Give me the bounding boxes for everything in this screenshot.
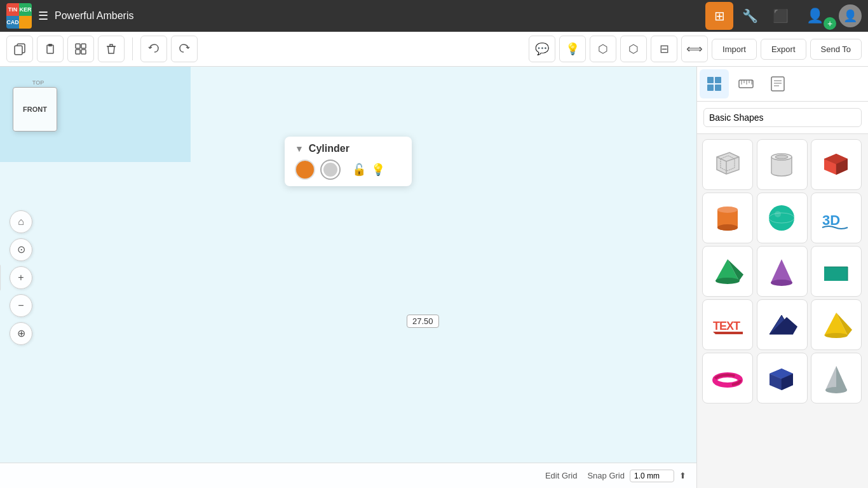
box-hollow-icon <box>710 147 745 182</box>
shape-3d-text[interactable]: 3D <box>811 193 862 243</box>
svg-point-91 <box>771 280 792 286</box>
pyramid-green-icon <box>710 254 745 289</box>
shape-text-red[interactable]: TEXT <box>702 299 753 350</box>
edit-grid-label[interactable]: Edit Grid <box>545 471 578 480</box>
zoom-fit-button[interactable]: ⊙ <box>10 238 32 261</box>
cone-purple-icon <box>764 254 799 289</box>
app-menu-icon[interactable]: ☰ <box>38 9 48 23</box>
shape-pyramid-green[interactable] <box>702 246 753 297</box>
home-view-button[interactable]: ⌂ <box>10 210 32 233</box>
top-right-icons: ⊞ 🔧 ⬛ 👤 + 👤 <box>705 2 862 30</box>
redo-button[interactable] <box>171 36 198 62</box>
shape-cylinder[interactable] <box>702 193 753 243</box>
view-cube[interactable]: TOP FRONT <box>13 79 64 130</box>
zoom-out-button[interactable]: − <box>10 294 32 317</box>
tab-notes[interactable] <box>763 69 792 98</box>
import-button[interactable]: Import <box>712 39 757 60</box>
tab-ruler[interactable] <box>731 69 761 98</box>
shape-box-red[interactable] <box>811 139 862 190</box>
object-view-button[interactable]: ⊕ <box>10 322 32 345</box>
svg-rect-7 <box>81 50 86 54</box>
lock-icon[interactable]: 🔓 <box>352 163 366 177</box>
project-title: Powerful Amberis <box>55 10 699 22</box>
comment-button[interactable]: 💬 <box>529 36 555 62</box>
shape-category-select[interactable]: Basic Shapes Featured Shape Generators T… <box>703 108 862 127</box>
light-button[interactable]: 💡 <box>559 36 586 62</box>
group-button[interactable] <box>67 36 94 62</box>
paste-button[interactable] <box>37 36 64 62</box>
undo-button[interactable] <box>140 36 167 62</box>
shape-info-panel: ▼ Cylinder 🔓 💡 <box>285 137 412 186</box>
shape-pyramid-yellow[interactable] <box>811 299 862 350</box>
main-toolbar: 💬 💡 ⬡ ⬡ ⊟ ⟺ Import Export Send To <box>0 32 868 67</box>
undo-icon <box>147 43 160 55</box>
group-icon <box>74 43 87 55</box>
measure-button[interactable]: ⬡ <box>620 36 647 62</box>
shape-cylinder-hollow[interactable] <box>757 139 808 190</box>
shape-button[interactable]: ⬡ <box>590 36 616 62</box>
send-to-button[interactable]: Send To <box>810 39 862 60</box>
shape-torus[interactable] <box>702 353 753 403</box>
sphere-icon <box>764 201 799 236</box>
svg-rect-3 <box>48 44 52 46</box>
mirror-button[interactable]: ⟺ <box>681 36 708 62</box>
svg-rect-70 <box>771 77 784 91</box>
copy-button[interactable] <box>6 36 33 62</box>
shape-cone-purple[interactable] <box>757 246 808 297</box>
right-panel: Basic Shapes Featured Shape Generators T… <box>696 67 868 488</box>
svg-rect-60 <box>707 77 714 83</box>
shape-prism[interactable] <box>757 299 808 350</box>
shape-box-hollow[interactable] <box>702 139 753 190</box>
svg-text:TEXT: TEXT <box>713 320 740 332</box>
svg-point-84 <box>717 207 738 213</box>
build-button[interactable]: 🔧 <box>736 2 764 30</box>
grid-view-button[interactable]: ⊞ <box>705 2 733 30</box>
svg-rect-62 <box>707 85 714 91</box>
shape-cone-gray[interactable] <box>811 353 862 403</box>
pyramid-yellow-icon <box>819 308 854 342</box>
box-red-icon <box>819 147 854 182</box>
bottom-bar: Edit Grid Snap Grid ⬆ <box>0 463 696 488</box>
paste-icon <box>44 43 57 55</box>
tab-grid[interactable] <box>700 69 729 98</box>
svg-rect-6 <box>76 50 80 54</box>
prism-icon <box>764 308 799 342</box>
codeblocks-button[interactable]: ⬛ <box>766 2 794 30</box>
logo-br <box>19 16 32 29</box>
left-controls: ⌂ ⊙ + − ⊕ <box>10 210 32 345</box>
toolbar-separator-1 <box>132 37 133 60</box>
cone-gray-icon <box>819 361 854 396</box>
shape-sphere[interactable] <box>757 193 808 243</box>
measurement-label: 27.50 <box>407 315 439 328</box>
trash-icon <box>105 43 118 55</box>
export-button[interactable]: Export <box>761 39 806 60</box>
shape-wedge[interactable] <box>811 246 862 297</box>
snap-grid-arrows[interactable]: ⬆ <box>679 471 686 480</box>
align-button[interactable]: ⊟ <box>651 36 677 62</box>
shape-colors: 🔓 💡 <box>295 159 402 180</box>
panel-collapse-button[interactable]: ❯ <box>0 265 1 290</box>
snap-grid-input[interactable] <box>630 470 674 482</box>
tinkercad-logo[interactable]: TIN KER CAD <box>6 3 32 29</box>
redo-icon <box>178 43 191 55</box>
viewport[interactable]: 27.50 TOP FRONT ⌂ ⊙ + − ⊕ ▼ Cylinder <box>0 67 696 488</box>
hole-color-swatch[interactable] <box>320 159 341 180</box>
visibility-icon[interactable]: 💡 <box>371 163 385 177</box>
delete-button[interactable] <box>98 36 125 62</box>
logo-tr: KER <box>19 3 32 16</box>
svg-point-79 <box>775 155 788 159</box>
solid-color-swatch[interactable] <box>295 159 315 180</box>
logo-bl: CAD <box>6 16 19 29</box>
snap-grid-controls: Snap Grid ⬆ <box>587 470 686 482</box>
shape-box-blue[interactable] <box>757 353 808 403</box>
zoom-in-button[interactable]: + <box>10 266 32 289</box>
torus-icon <box>710 361 745 396</box>
user-avatar[interactable]: 👤 <box>839 4 862 27</box>
view-cube-face[interactable]: FRONT <box>13 87 57 132</box>
svg-point-93 <box>825 333 848 338</box>
shape-info-box: ▼ Cylinder 🔓 💡 <box>285 137 412 186</box>
right-toolbar: Import Export Send To <box>712 39 862 60</box>
panel-collapse-arrow[interactable]: ▼ <box>295 144 304 154</box>
add-user-plus[interactable]: + <box>824 17 836 30</box>
svg-point-86 <box>769 205 794 231</box>
